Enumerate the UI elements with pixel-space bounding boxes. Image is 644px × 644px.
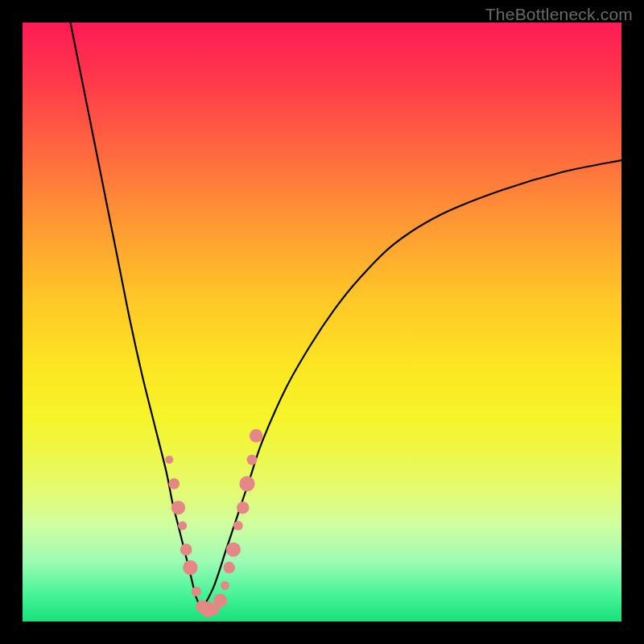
- chart-frame: TheBottleneck.com: [0, 0, 644, 644]
- marker-dot: [168, 478, 180, 489]
- marker-dot: [247, 455, 258, 465]
- marker-dot: [180, 543, 192, 555]
- marker-dot: [250, 429, 263, 443]
- marker-cluster: [165, 429, 262, 617]
- marker-dot: [237, 502, 250, 514]
- marker-dot: [165, 456, 173, 464]
- marker-dot: [192, 587, 201, 597]
- marker-dot: [178, 521, 187, 530]
- curve-right: [202, 160, 621, 609]
- marker-dot: [233, 521, 243, 530]
- marker-dot: [226, 543, 241, 557]
- marker-dot: [239, 476, 254, 491]
- curve-layer: [23, 23, 621, 621]
- watermark-text: TheBottleneck.com: [485, 5, 633, 24]
- marker-dot: [171, 501, 185, 514]
- marker-dot: [183, 560, 198, 576]
- marker-dot: [221, 581, 229, 590]
- marker-dot: [223, 562, 234, 573]
- marker-dot: [213, 593, 227, 607]
- plot-area: [23, 23, 621, 621]
